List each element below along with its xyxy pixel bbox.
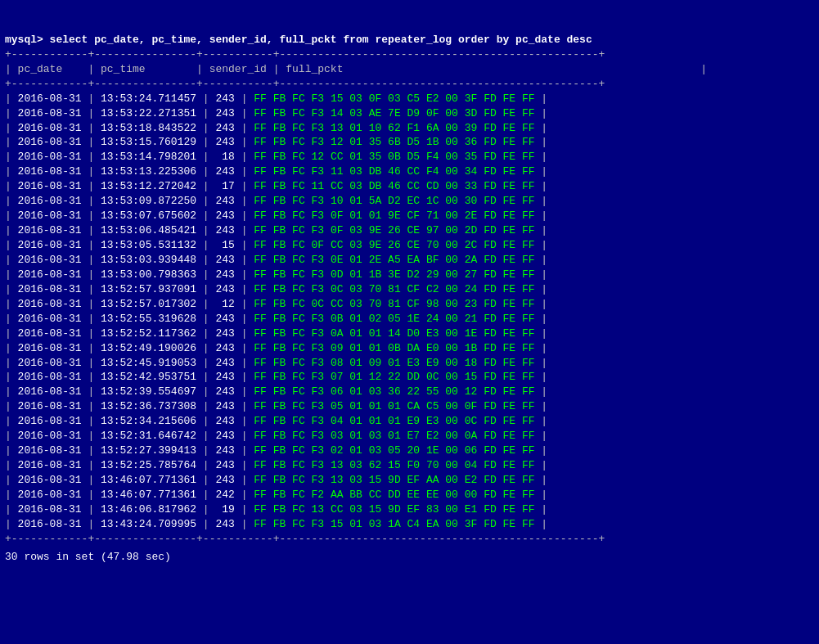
table-row: | 2016-08-31 | 13:46:06.817962 | 19 | FF… bbox=[5, 502, 814, 517]
table-row: | 2016-08-31 | 13:52:25.785764 | 243 | F… bbox=[5, 458, 814, 473]
table-row: | 2016-08-31 | 13:52:36.737308 | 243 | F… bbox=[5, 399, 814, 414]
table-row: | 2016-08-31 | 13:52:42.953751 | 243 | F… bbox=[5, 370, 814, 385]
table-header: | pc_date | pc_time | sender_id | full_p… bbox=[5, 62, 814, 77]
table-row: | 2016-08-31 | 13:52:39.554697 | 243 | F… bbox=[5, 385, 814, 399]
table-row: | 2016-08-31 | 13:53:15.760129 | 243 | F… bbox=[5, 135, 814, 150]
table-row: | 2016-08-31 | 13:46:07.771361 | 242 | F… bbox=[5, 488, 814, 502]
table-row: | 2016-08-31 | 13:53:22.271351 | 243 | F… bbox=[5, 106, 814, 121]
table-row: | 2016-08-31 | 13:53:12.272042 | 17 | FF… bbox=[5, 179, 814, 194]
table-row: | 2016-08-31 | 13:43:24.709995 | 243 | F… bbox=[5, 517, 814, 532]
table-row: | 2016-08-31 | 13:53:18.843522 | 243 | F… bbox=[5, 121, 814, 136]
table-row: | 2016-08-31 | 13:53:09.872250 | 243 | F… bbox=[5, 194, 814, 209]
table-row: | 2016-08-31 | 13:52:31.646742 | 243 | F… bbox=[5, 429, 814, 444]
table-row: | 2016-08-31 | 13:52:27.399413 | 243 | F… bbox=[5, 444, 814, 458]
table-row: | 2016-08-31 | 13:52:57.937091 | 243 | F… bbox=[5, 282, 814, 297]
table-row: | 2016-08-31 | 13:52:52.117362 | 243 | F… bbox=[5, 327, 814, 341]
terminal: mysql> select pc_date, pc_time, sender_i… bbox=[0, 0, 819, 644]
table-row: | 2016-08-31 | 13:53:05.531132 | 15 | FF… bbox=[5, 238, 814, 253]
divider-mid: +------------+----------------+---------… bbox=[5, 77, 814, 92]
table-row: | 2016-08-31 | 13:53:24.711457 | 243 | F… bbox=[5, 92, 814, 106]
table-row: | 2016-08-31 | 13:53:07.675602 | 243 | F… bbox=[5, 209, 814, 223]
divider-top: +------------+----------------+---------… bbox=[5, 47, 814, 62]
divider-bot: +------------+----------------+---------… bbox=[5, 532, 814, 547]
table-row: | 2016-08-31 | 13:53:03.939448 | 243 | F… bbox=[5, 253, 814, 268]
table-row: | 2016-08-31 | 13:52:57.017302 | 12 | FF… bbox=[5, 297, 814, 312]
table-row: | 2016-08-31 | 13:46:07.771361 | 243 | F… bbox=[5, 473, 814, 488]
table-row: | 2016-08-31 | 13:52:55.319628 | 243 | F… bbox=[5, 312, 814, 327]
table-row: | 2016-08-31 | 13:52:49.190026 | 243 | F… bbox=[5, 341, 814, 356]
table-row: | 2016-08-31 | 13:53:06.485421 | 243 | F… bbox=[5, 223, 814, 238]
table-row: | 2016-08-31 | 13:53:13.225306 | 243 | F… bbox=[5, 164, 814, 179]
command-line: mysql> select pc_date, pc_time, sender_i… bbox=[5, 33, 814, 47]
table-row: | 2016-08-31 | 13:53:14.798201 | 18 | FF… bbox=[5, 150, 814, 164]
table-row: | 2016-08-31 | 13:52:45.919053 | 243 | F… bbox=[5, 356, 814, 371]
result-footer: 30 rows in set (47.98 sec) bbox=[5, 550, 814, 565]
table-row: | 2016-08-31 | 13:52:34.215606 | 243 | F… bbox=[5, 414, 814, 429]
table-row: | 2016-08-31 | 13:53:00.798363 | 243 | F… bbox=[5, 268, 814, 282]
